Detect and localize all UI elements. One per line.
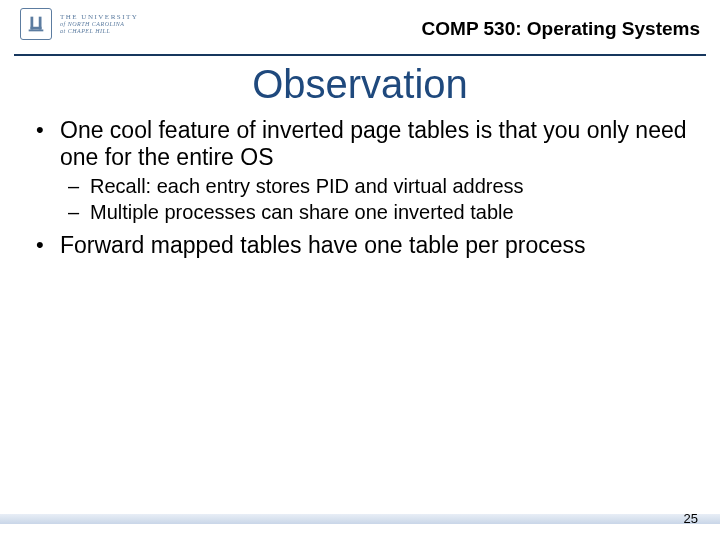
- slide-body: One cool feature of inverted page tables…: [0, 117, 720, 260]
- slide-title: Observation: [0, 62, 720, 107]
- unc-logo-text: THE UNIVERSITY of NORTH CAROLINA at CHAP…: [60, 14, 138, 34]
- sub-bullet-item: Multiple processes can share one inverte…: [86, 201, 692, 225]
- unc-logo: THE UNIVERSITY of NORTH CAROLINA at CHAP…: [20, 8, 138, 40]
- sub-bullet-text: Recall: each entry stores PID and virtua…: [90, 175, 524, 197]
- sub-bullet-item: Recall: each entry stores PID and virtua…: [86, 175, 692, 199]
- bullet-text: Forward mapped tables have one table per…: [60, 232, 585, 258]
- sub-bullet-text: Multiple processes can share one inverte…: [90, 201, 514, 223]
- svg-rect-2: [31, 27, 42, 30]
- page-number: 25: [684, 511, 698, 526]
- unc-seal-icon: [20, 8, 52, 40]
- logo-line3: at CHAPEL HILL: [60, 28, 138, 34]
- slide: THE UNIVERSITY of NORTH CAROLINA at CHAP…: [0, 0, 720, 540]
- bullet-item: Forward mapped tables have one table per…: [54, 232, 692, 259]
- footer-bar: [0, 514, 720, 524]
- svg-rect-3: [29, 30, 44, 32]
- slide-header: THE UNIVERSITY of NORTH CAROLINA at CHAP…: [14, 0, 706, 56]
- course-title: COMP 530: Operating Systems: [422, 18, 700, 40]
- bullet-text: One cool feature of inverted page tables…: [60, 117, 687, 170]
- logo-line1: THE UNIVERSITY: [60, 14, 138, 21]
- bullet-item: One cool feature of inverted page tables…: [54, 117, 692, 224]
